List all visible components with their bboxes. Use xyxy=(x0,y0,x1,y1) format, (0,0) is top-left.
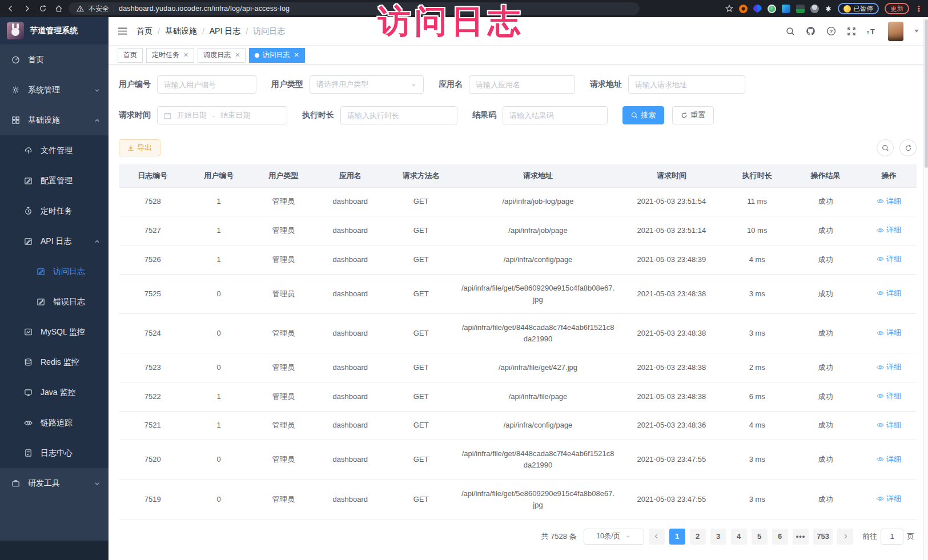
fullscreen-icon[interactable] xyxy=(847,27,856,36)
sidebar-item-api-log[interactable]: API 日志 xyxy=(0,226,109,256)
page-button-6[interactable]: 6 xyxy=(772,529,788,545)
tab-access-log[interactable]: 访问日志✕ xyxy=(249,48,304,63)
extension-icon-puzzle[interactable] xyxy=(782,5,790,13)
sidebar-item-dev-tools[interactable]: 研发工具 xyxy=(0,468,109,498)
extension-icon-orange[interactable] xyxy=(739,5,748,13)
page-button-5[interactable]: 5 xyxy=(752,529,768,545)
extension-icon-shield[interactable] xyxy=(753,5,762,13)
extension-icon-grid-green[interactable] xyxy=(796,5,805,13)
scrollbar-thumb[interactable] xyxy=(925,19,928,168)
page-button-3[interactable]: 3 xyxy=(710,529,726,545)
breadcrumb-item[interactable]: 基础设施 xyxy=(165,26,197,37)
breadcrumb-item[interactable]: API 日志 xyxy=(210,26,240,37)
prev-page-button[interactable] xyxy=(649,529,665,545)
forward-icon[interactable] xyxy=(23,5,31,13)
sidebar-item-trace[interactable]: 链路追踪 xyxy=(0,408,109,438)
cell-duration: 10 ms xyxy=(725,216,790,245)
page-button-1[interactable]: 1 xyxy=(669,529,685,545)
help-icon[interactable]: ? xyxy=(826,26,836,36)
user-id-input[interactable] xyxy=(157,75,256,94)
detail-link[interactable]: 详细 xyxy=(877,196,901,207)
cell-result: 成功 xyxy=(790,187,861,216)
sidebar-item-redis-monitor[interactable]: Redis 监控 xyxy=(0,347,109,377)
reload-icon[interactable] xyxy=(39,5,47,13)
cell-app-name: dashboard xyxy=(316,187,385,216)
sidebar-item-mysql-monitor[interactable]: MySQL 监控 xyxy=(0,317,109,347)
result-code-input[interactable] xyxy=(503,106,608,124)
request-url-field[interactable] xyxy=(635,80,738,89)
cell-app-name: dashboard xyxy=(316,440,385,480)
github-icon[interactable] xyxy=(806,26,815,36)
detail-link[interactable]: 详细 xyxy=(877,224,901,236)
avatar[interactable] xyxy=(888,22,903,41)
hamburger-icon[interactable] xyxy=(118,27,127,35)
breadcrumb-item[interactable]: 首页 xyxy=(136,26,152,37)
detail-link[interactable]: 详细 xyxy=(877,390,901,402)
close-icon[interactable]: ✕ xyxy=(183,51,188,59)
goto-page-input[interactable] xyxy=(881,529,903,545)
detail-link[interactable]: 详细 xyxy=(877,420,901,431)
detail-link[interactable]: 详细 xyxy=(877,361,901,373)
font-size-icon[interactable]: тT xyxy=(867,27,877,35)
profile-paused-pill[interactable]: 已暂停 xyxy=(838,3,879,14)
sidebar-item-access-log[interactable]: 访问日志 xyxy=(0,256,109,287)
sidebar-item-error-log[interactable]: 错误日志 xyxy=(0,287,109,317)
detail-link[interactable]: 详细 xyxy=(877,493,901,505)
page-button-2[interactable]: 2 xyxy=(690,529,706,545)
sidebar-item-system[interactable]: 系统管理 xyxy=(0,75,109,105)
home-icon[interactable] xyxy=(55,5,63,13)
page-button-753[interactable]: 753 xyxy=(813,529,833,545)
sidebar-item-config-manage[interactable]: 配置管理 xyxy=(0,166,109,196)
page-size-select[interactable]: 10条/页 xyxy=(584,529,644,545)
result-code-field[interactable] xyxy=(509,111,601,120)
duration-field[interactable] xyxy=(347,111,451,120)
reset-button[interactable]: 重置 xyxy=(672,106,714,124)
extension-icon-green-circle[interactable] xyxy=(768,5,776,13)
browser-scrollbar[interactable] xyxy=(923,17,928,560)
back-icon[interactable] xyxy=(7,5,15,13)
sidebar-logo[interactable]: 芋道管理系统 xyxy=(0,17,109,45)
extension-icon-flower[interactable] xyxy=(825,5,832,13)
extension-icon-person[interactable] xyxy=(810,5,819,13)
sidebar-item-label: MySQL 监控 xyxy=(41,327,101,337)
detail-link-label: 详细 xyxy=(886,361,901,373)
user-type-select[interactable]: 请选择用户类型 xyxy=(310,75,424,94)
duration-input[interactable] xyxy=(340,106,457,124)
tab-scheduled-jobs[interactable]: 定时任务✕ xyxy=(146,48,194,63)
more-pages-button[interactable]: ••• xyxy=(793,529,809,545)
page-button-4[interactable]: 4 xyxy=(731,529,747,545)
close-icon[interactable]: ✕ xyxy=(294,51,299,59)
detail-link[interactable]: 详细 xyxy=(877,253,901,265)
sidebar-item-file-manage[interactable]: 文件管理 xyxy=(0,135,109,166)
chrome-menu-icon[interactable]: ⋮ xyxy=(915,4,923,13)
url-bar[interactable]: 不安全 dashboard.yudao.iocoder.cn/infra/log… xyxy=(69,2,640,15)
detail-link[interactable]: 详细 xyxy=(877,454,901,465)
sidebar-item-home[interactable]: 首页 xyxy=(0,45,109,75)
cell-app-name: dashboard xyxy=(316,382,385,411)
date-range-picker[interactable]: 开始日期 - 结束日期 xyxy=(157,106,287,124)
top-navbar: 首页 / 基础设施 / API 日志 / 访问日志 ? тT xyxy=(109,17,928,46)
search-icon[interactable] xyxy=(786,27,795,36)
sidebar-item-log-center[interactable]: 日志中心 xyxy=(0,438,109,468)
avatar-caret-icon[interactable] xyxy=(914,30,919,33)
sidebar-item-scheduled-jobs[interactable]: 定时任务 xyxy=(0,196,109,226)
request-url-input[interactable] xyxy=(628,75,745,94)
detail-link[interactable]: 详细 xyxy=(877,288,901,299)
cell-user-type: 管理员 xyxy=(251,353,316,382)
search-button[interactable]: 搜索 xyxy=(622,106,664,124)
detail-link[interactable]: 详细 xyxy=(877,327,901,339)
app-name-input[interactable] xyxy=(469,75,575,94)
close-icon[interactable]: ✕ xyxy=(235,51,240,59)
update-button[interactable]: 更新 xyxy=(885,3,909,14)
toggle-search-button[interactable] xyxy=(877,139,894,156)
user-id-field[interactable] xyxy=(164,80,250,89)
next-page-button[interactable] xyxy=(837,529,853,545)
tab-home[interactable]: 首页 xyxy=(118,48,143,63)
app-name-field[interactable] xyxy=(476,80,568,89)
sidebar-item-infra[interactable]: 基础设施 xyxy=(0,105,109,135)
sidebar-item-java-monitor[interactable]: Java 监控 xyxy=(0,377,109,408)
export-button[interactable]: 导出 xyxy=(119,139,160,156)
refresh-button[interactable] xyxy=(899,139,917,156)
bookmark-star-icon[interactable] xyxy=(725,5,733,13)
tab-schedule-log[interactable]: 调度日志✕ xyxy=(198,48,246,63)
